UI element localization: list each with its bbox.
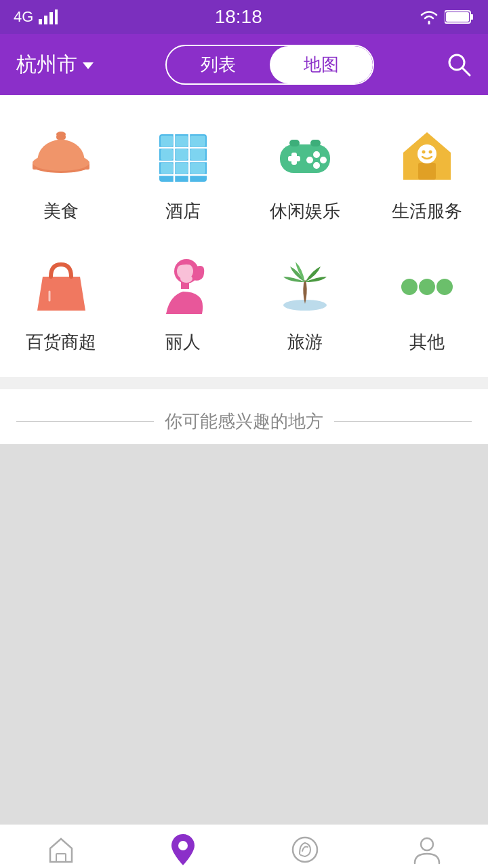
svg-rect-31 (291, 153, 297, 165)
interests-line-right (334, 421, 472, 422)
beauty-label: 丽人 (165, 330, 201, 354)
svg-point-42 (429, 151, 432, 154)
status-bar: 4G 18:18 (0, 0, 488, 34)
food-icon (27, 122, 95, 190)
svg-point-55 (293, 837, 317, 862)
bottom-nav: 首页 周边 财富 我的 (0, 824, 488, 868)
category-life[interactable]: 生活服务 (366, 108, 488, 239)
category-grid: 美食 (0, 108, 488, 370)
city-name: 杭州市 (16, 51, 77, 79)
svg-rect-24 (176, 149, 188, 160)
home-nav-icon (46, 835, 76, 865)
svg-point-32 (313, 151, 320, 158)
svg-point-51 (436, 279, 453, 295)
svg-rect-39 (418, 163, 436, 180)
svg-rect-36 (289, 140, 300, 146)
leisure-icon (271, 122, 339, 190)
svg-rect-2 (49, 12, 53, 24)
svg-point-13 (56, 132, 66, 137)
hotel-label: 酒店 (165, 199, 201, 223)
svg-rect-22 (190, 136, 205, 146)
shopping-label: 百货商超 (26, 330, 96, 354)
wifi-icon (419, 9, 439, 24)
svg-point-34 (313, 162, 320, 169)
tab-list[interactable]: 列表 (167, 46, 270, 83)
svg-marker-52 (50, 839, 72, 862)
svg-rect-27 (176, 163, 188, 174)
category-leisure[interactable]: 休闲娱乐 (244, 108, 366, 239)
category-beauty[interactable]: 丽人 (122, 239, 244, 370)
life-icon (393, 122, 461, 190)
svg-point-56 (421, 838, 433, 850)
signal-bars-icon (39, 9, 58, 24)
nav-nearby[interactable]: 周边 (122, 827, 244, 869)
svg-point-54 (178, 841, 188, 850)
svg-line-8 (462, 68, 470, 75)
svg-point-49 (401, 279, 418, 295)
svg-rect-26 (161, 163, 173, 174)
search-button[interactable] (446, 52, 472, 77)
interests-title: 你可能感兴趣的地方 (165, 410, 323, 433)
svg-rect-1 (44, 16, 47, 24)
svg-point-35 (306, 157, 313, 163)
category-shopping[interactable]: 百货商超 (0, 239, 122, 370)
nav-home[interactable]: 首页 (0, 829, 122, 869)
svg-rect-25 (190, 149, 205, 160)
category-section: 美食 (0, 95, 488, 377)
svg-rect-53 (56, 854, 66, 862)
map-placeholder[interactable] (0, 444, 488, 824)
svg-rect-20 (161, 136, 173, 146)
interests-section: 你可能感兴趣的地方 (0, 389, 488, 444)
travel-icon (271, 253, 339, 321)
svg-point-47 (180, 275, 192, 283)
nav-mine[interactable]: 我的 (366, 829, 488, 869)
status-time: 18:18 (215, 6, 262, 28)
svg-point-33 (320, 157, 327, 163)
city-selector[interactable]: 杭州市 (16, 51, 94, 79)
wealth-nav-icon (290, 835, 320, 865)
battery-icon (445, 9, 474, 24)
category-food[interactable]: 美食 (0, 108, 122, 239)
travel-label: 旅游 (287, 330, 323, 354)
svg-rect-37 (310, 140, 321, 146)
leisure-label: 休闲娱乐 (270, 199, 340, 223)
category-other[interactable]: 其他 (366, 239, 488, 370)
nearby-nav-icon (168, 833, 198, 867)
other-icon (393, 253, 461, 321)
signal-text: 4G (14, 8, 33, 26)
life-label: 生活服务 (392, 199, 462, 223)
svg-rect-0 (39, 19, 42, 24)
svg-rect-3 (55, 9, 58, 24)
category-hotel[interactable]: 酒店 (122, 108, 244, 239)
status-right (419, 9, 474, 24)
category-travel[interactable]: 旅游 (244, 239, 366, 370)
beauty-icon (149, 253, 217, 321)
hotel-icon (149, 122, 217, 190)
interests-line-left (16, 421, 154, 422)
svg-rect-6 (446, 12, 469, 22)
svg-rect-23 (161, 149, 173, 160)
tab-map[interactable]: 地图 (270, 46, 373, 83)
header: 杭州市 列表 地图 (0, 34, 488, 95)
svg-point-40 (418, 144, 436, 163)
other-label: 其他 (409, 330, 445, 354)
svg-rect-21 (176, 136, 188, 146)
mine-nav-icon (412, 835, 442, 865)
shopping-icon (27, 253, 95, 321)
interests-header: 你可能感兴趣的地方 (16, 410, 472, 433)
status-left: 4G (14, 8, 58, 26)
section-divider (0, 377, 488, 389)
svg-point-50 (419, 279, 435, 295)
search-icon (446, 52, 472, 77)
nav-wealth[interactable]: 财富 (244, 829, 366, 869)
svg-rect-5 (470, 14, 473, 20)
city-dropdown-arrow (83, 62, 94, 69)
food-label: 美食 (43, 199, 79, 223)
svg-point-41 (422, 151, 426, 154)
view-tab-switcher: 列表 地图 (165, 45, 374, 85)
svg-rect-28 (190, 163, 205, 174)
